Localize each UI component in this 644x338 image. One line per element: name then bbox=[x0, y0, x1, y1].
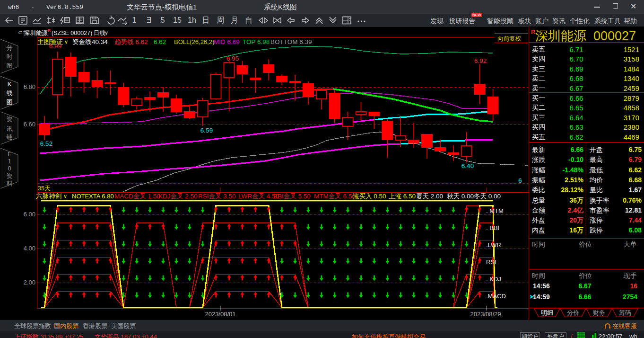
svg-text:6.62: 6.62 bbox=[154, 38, 166, 45]
svg-text:2.00: 2.00 bbox=[24, 279, 35, 286]
svg-text:资: 资 bbox=[7, 116, 13, 123]
svg-text:. MTM: . MTM bbox=[486, 207, 504, 214]
svg-text:∨: ∨ bbox=[104, 30, 108, 36]
svg-text:分: 分 bbox=[7, 44, 13, 51]
svg-text:图: 图 bbox=[7, 62, 13, 69]
svg-text:6.00: 6.00 bbox=[24, 211, 35, 218]
svg-text:深圳能源: 深圳能源 bbox=[24, 30, 48, 36]
svg-text:财务: 财务 bbox=[593, 309, 605, 316]
svg-text:六脉神剑: 六脉神剑 bbox=[36, 193, 61, 200]
svg-text:线: 线 bbox=[7, 89, 13, 97]
svg-text:BOTTOM 6.39: BOTTOM 6.39 bbox=[270, 38, 312, 45]
svg-text:(SZSE 000027): (SZSE 000027) bbox=[52, 30, 92, 36]
svg-text:明细: 明细 bbox=[541, 309, 553, 316]
svg-text:. KDJ: . KDJ bbox=[486, 276, 501, 283]
svg-text:涨买入 0.50: 涨买入 0.50 bbox=[353, 193, 386, 200]
svg-text:∨: ∨ bbox=[64, 39, 68, 44]
svg-text:资金线: 资金线 bbox=[72, 38, 92, 45]
svg-text:6.92: 6.92 bbox=[474, 57, 487, 64]
svg-text:日线: 日线 bbox=[94, 30, 105, 36]
svg-text:资: 资 bbox=[7, 172, 13, 179]
svg-text:KDJ金叉 2.50: KDJ金叉 2.50 bbox=[158, 193, 198, 200]
svg-text:4.00: 4.00 bbox=[24, 245, 35, 252]
svg-text:∨: ∨ bbox=[63, 193, 67, 199]
svg-text:时: 时 bbox=[7, 53, 13, 60]
svg-text:6.40: 6.40 bbox=[461, 162, 474, 169]
svg-text:K: K bbox=[8, 80, 12, 88]
svg-text:MID 6.69: MID 6.69 bbox=[214, 38, 240, 45]
svg-text:趋势线 6.62: 趋势线 6.62 bbox=[114, 38, 148, 45]
svg-text:冬天 0.00: 冬天 0.00 bbox=[474, 193, 501, 200]
svg-text:BOLL(26,26,2): BOLL(26,26,2) bbox=[174, 38, 214, 45]
svg-text:6: 6 bbox=[518, 177, 522, 184]
svg-text:6.95: 6.95 bbox=[226, 55, 239, 62]
svg-text:6.52: 6.52 bbox=[40, 140, 52, 147]
svg-text:分价: 分价 bbox=[567, 309, 579, 316]
svg-text:秋天 0.00: 秋天 0.00 bbox=[447, 193, 474, 200]
svg-text:6.99: 6.99 bbox=[49, 43, 61, 50]
svg-text:向前复权: 向前复权 bbox=[497, 36, 522, 42]
svg-text:BBI金叉 5.50: BBI金叉 5.50 bbox=[273, 193, 311, 200]
svg-text:MTM金叉 6.50: MTM金叉 6.50 bbox=[314, 193, 356, 200]
svg-text:6.60: 6.60 bbox=[24, 121, 35, 128]
svg-text:链: 链 bbox=[6, 133, 13, 141]
svg-text:R: R bbox=[48, 28, 51, 33]
svg-text:RSI: RSI bbox=[486, 258, 496, 266]
svg-text:.LWR: .LWR bbox=[486, 241, 501, 249]
svg-text:夏天 2.00: 夏天 2.00 bbox=[416, 193, 443, 200]
svg-text:0: 0 bbox=[8, 165, 11, 172]
svg-text:料: 料 bbox=[7, 180, 13, 187]
svg-text:1: 1 bbox=[8, 158, 11, 165]
svg-text:MACD金叉 1.50: MACD金叉 1.50 bbox=[114, 193, 160, 200]
svg-text:.MACD: .MACD bbox=[486, 293, 506, 300]
svg-text:上涨 6.50: 上涨 6.50 bbox=[389, 193, 416, 200]
svg-text:筹码: 筹码 bbox=[619, 309, 631, 316]
svg-text:35天: 35天 bbox=[38, 185, 51, 192]
svg-text:NOTEXTA 6.80: NOTEXTA 6.80 bbox=[72, 193, 114, 200]
svg-text:6.80: 6.80 bbox=[24, 83, 35, 90]
svg-text:2023/08/29: 2023/08/29 bbox=[470, 311, 501, 318]
svg-text:RSI金叉 3.50: RSI金叉 3.50 bbox=[198, 193, 236, 200]
svg-text:图: 图 bbox=[7, 98, 13, 106]
svg-text:TOP 6.98: TOP 6.98 bbox=[243, 38, 270, 45]
svg-text:2023/08/01: 2023/08/01 bbox=[205, 311, 235, 318]
svg-text:F: F bbox=[8, 151, 11, 158]
svg-text:. BBI: . BBI bbox=[486, 224, 499, 231]
svg-text:6.59: 6.59 bbox=[200, 127, 213, 134]
svg-text:讯: 讯 bbox=[7, 125, 13, 132]
svg-text:40.34: 40.34 bbox=[92, 38, 108, 45]
